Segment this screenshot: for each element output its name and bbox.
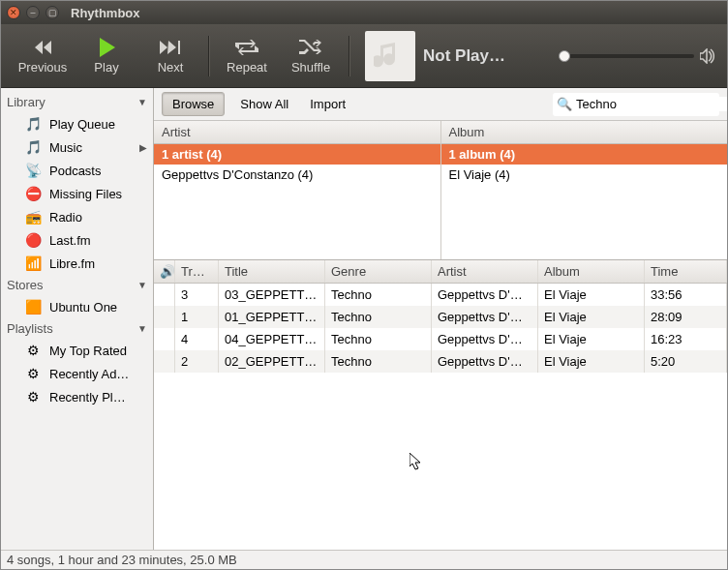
previous-button[interactable]: Previous — [11, 27, 75, 85]
browser-panes: Artist 1 artist (4)Geppettvs D'Constanzo… — [154, 121, 727, 260]
title-bar: ✕ – ▢ Rhythmbox — [1, 1, 727, 24]
shuffle-button[interactable]: Shuffle — [279, 27, 343, 85]
sidebar: Library▼🎵Play Queue🎵Music▶📡Podcasts⛔Miss… — [1, 88, 154, 550]
play-button[interactable]: Play — [75, 27, 138, 85]
source-icon: 🟧 — [24, 299, 42, 315]
shuffle-icon — [297, 37, 324, 58]
window-close-button[interactable]: ✕ — [7, 6, 20, 19]
search-icon: 🔍 — [557, 97, 572, 111]
volume-control[interactable] — [559, 48, 717, 64]
col-track[interactable]: Track — [175, 260, 219, 283]
toolbar-separator — [208, 36, 209, 76]
source-icon: ⛔ — [24, 186, 42, 201]
now-playing: Not Play… — [365, 31, 505, 81]
content-area: Browse Show All Import 🔍 ✕ Artist 1 arti… — [154, 88, 727, 550]
action-bar: Browse Show All Import 🔍 ✕ — [154, 88, 727, 121]
play-label: Play — [94, 60, 118, 75]
repeat-button[interactable]: Repeat — [215, 27, 279, 85]
col-time[interactable]: Time — [645, 260, 727, 283]
repeat-label: Repeat — [227, 60, 267, 75]
track-row[interactable]: 101_GEPPETT…TechnoGeppettvs D'…El Viaje2… — [154, 306, 727, 328]
album-art-placeholder — [365, 31, 415, 81]
sidebar-item-ubuntu-one[interactable]: 🟧Ubuntu One — [1, 295, 153, 318]
next-button[interactable]: Next — [138, 27, 202, 85]
source-icon: 🎵 — [24, 139, 42, 155]
col-nowplaying[interactable]: 🔊 — [154, 260, 175, 283]
sidebar-section-playlists[interactable]: Playlists▼ — [1, 318, 153, 339]
col-genre[interactable]: Genre — [325, 260, 432, 283]
track-list: 🔊 Track Title Genre Artist Album Time 30… — [154, 260, 727, 550]
main-area: Library▼🎵Play Queue🎵Music▶📡Podcasts⛔Miss… — [1, 88, 727, 550]
sidebar-item-missing-files[interactable]: ⛔Missing Files — [1, 182, 153, 205]
sidebar-item-podcasts[interactable]: 📡Podcasts — [1, 159, 153, 182]
track-row[interactable]: 202_GEPPETT…TechnoGeppettvs D'…El Viaje5… — [154, 350, 727, 373]
source-icon: 📶 — [24, 255, 42, 271]
volume-slider[interactable] — [559, 54, 694, 58]
status-bar: 4 songs, 1 hour and 23 minutes, 25.0 MB — [1, 550, 727, 569]
source-icon: ⚙ — [24, 343, 42, 358]
sidebar-item-last-fm[interactable]: 🔴Last.fm — [1, 228, 153, 252]
artist-row[interactable]: Geppettvs D'Constanzo (4) — [154, 165, 440, 185]
toolbar: Previous Play Next Repeat Shuffle Not Pl… — [1, 24, 727, 88]
source-icon: ⚙ — [24, 389, 42, 405]
sidebar-item-play-queue[interactable]: 🎵Play Queue — [1, 112, 153, 135]
next-label: Next — [158, 60, 184, 75]
sidebar-item-my-top-rated[interactable]: ⚙My Top Rated — [1, 339, 153, 362]
sidebar-item-recently-pl-[interactable]: ⚙Recently Pl… — [1, 385, 153, 408]
next-icon — [157, 37, 184, 58]
sidebar-item-radio[interactable]: 📻Radio — [1, 205, 153, 228]
artist-pane: Artist 1 artist (4)Geppettvs D'Constanzo… — [154, 121, 441, 259]
album-row[interactable]: El Viaje (4) — [441, 165, 728, 185]
sidebar-section-library[interactable]: Library▼ — [1, 92, 153, 112]
album-header[interactable]: Album — [441, 121, 728, 144]
track-header-row: 🔊 Track Title Genre Artist Album Time — [154, 260, 727, 284]
source-icon: 🎵 — [24, 116, 42, 132]
col-title[interactable]: Title — [219, 260, 325, 283]
play-icon — [93, 37, 120, 58]
col-artist[interactable]: Artist — [432, 260, 538, 283]
source-icon: 📡 — [24, 163, 42, 178]
track-row[interactable]: 404_GEPPETT…TechnoGeppettvs D'…El Viaje1… — [154, 328, 727, 350]
sidebar-item-libre-fm[interactable]: 📶Libre.fm — [1, 252, 153, 275]
browse-button[interactable]: Browse — [162, 92, 225, 116]
show-all-button[interactable]: Show All — [234, 93, 294, 115]
album-pane: Album 1 album (4)El Viaje (4) — [441, 121, 728, 259]
volume-thumb[interactable] — [559, 50, 570, 62]
window-minimize-button[interactable]: – — [26, 6, 40, 19]
import-button[interactable]: Import — [304, 93, 351, 115]
search-box[interactable]: 🔍 ✕ — [553, 93, 719, 116]
repeat-icon — [233, 37, 260, 58]
source-icon: 📻 — [24, 209, 42, 225]
speaker-icon — [700, 48, 717, 64]
sidebar-section-stores[interactable]: Stores▼ — [1, 275, 153, 295]
window-title: Rhythmbox — [71, 6, 140, 20]
album-row[interactable]: 1 album (4) — [441, 144, 728, 165]
source-icon: ⚙ — [24, 366, 42, 381]
col-album[interactable]: Album — [538, 260, 645, 283]
previous-icon — [29, 37, 56, 58]
search-input[interactable] — [572, 97, 727, 111]
track-row[interactable]: 303_GEPPETT…TechnoGeppettvs D'…El Viaje3… — [154, 284, 727, 306]
sidebar-item-recently-ad-[interactable]: ⚙Recently Ad… — [1, 362, 153, 385]
shuffle-label: Shuffle — [291, 60, 330, 75]
artist-header[interactable]: Artist — [154, 121, 440, 144]
now-playing-status: Not Play… — [423, 46, 505, 66]
toolbar-separator — [349, 36, 349, 76]
source-icon: 🔴 — [24, 232, 42, 248]
window-maximize-button[interactable]: ▢ — [46, 6, 59, 19]
sidebar-item-music[interactable]: 🎵Music▶ — [1, 135, 153, 159]
previous-label: Previous — [18, 60, 68, 75]
artist-row[interactable]: 1 artist (4) — [154, 144, 440, 165]
